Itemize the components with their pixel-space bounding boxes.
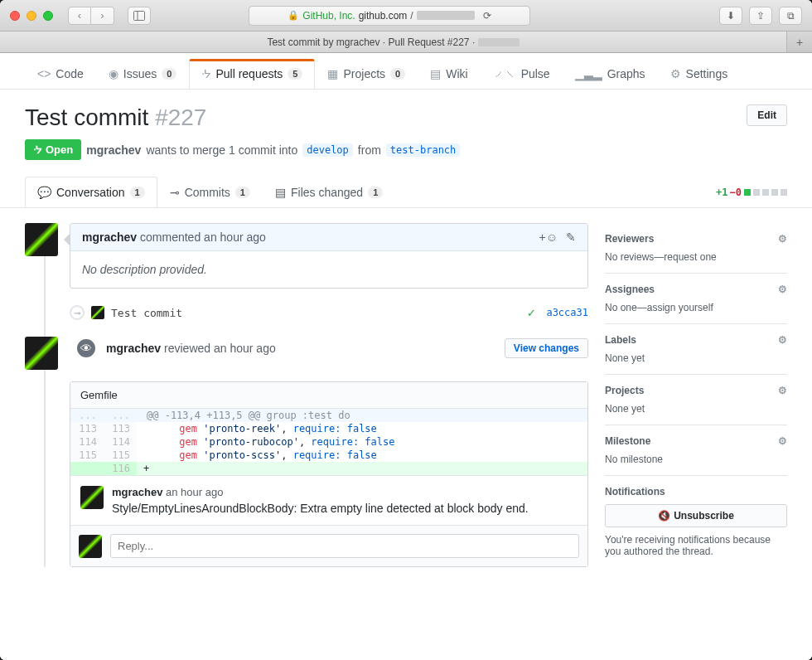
- inline-comment-body: Style/EmptyLinesAroundBlockBody: Extra e…: [112, 502, 578, 515]
- avatar[interactable]: [25, 223, 58, 256]
- redacted-path: [417, 11, 475, 20]
- tab-pulse[interactable]: ⟋⟍Pulse: [481, 58, 563, 89]
- zoom-icon[interactable]: [43, 11, 53, 21]
- avatar[interactable]: [79, 535, 102, 558]
- code-line: gem 'pronto-rubocop', require: false: [137, 435, 587, 449]
- gear-icon: ⚙: [670, 67, 681, 80]
- download-icon[interactable]: ⬇: [719, 7, 742, 25]
- git-pr-icon: ᔹ: [201, 67, 210, 80]
- mute-icon: 🔇: [658, 510, 670, 522]
- gear-icon[interactable]: ⚙: [778, 233, 787, 245]
- sidebar-labels-title: Labels: [605, 334, 636, 346]
- base-branch[interactable]: develop: [302, 143, 353, 157]
- edit-button[interactable]: Edit: [747, 104, 787, 126]
- edit-comment-icon[interactable]: ✎: [566, 231, 576, 244]
- sidebar-reviewers-body: No reviews—request one: [605, 251, 787, 263]
- inline-comment-author[interactable]: mgrachev: [112, 486, 162, 498]
- pr-title: Test commit #227: [25, 104, 206, 131]
- reload-icon[interactable]: ⟳: [483, 10, 491, 22]
- close-icon[interactable]: [10, 11, 20, 21]
- tab-projects[interactable]: ▦Projects0: [315, 58, 418, 89]
- tab-commits[interactable]: ⊸Commits1: [157, 177, 263, 207]
- issue-icon: ◉: [109, 67, 118, 80]
- eye-icon: 👁: [75, 337, 98, 360]
- tab-issues[interactable]: ◉Issues0: [96, 58, 190, 89]
- git-pr-icon: ᔹ: [33, 143, 42, 156]
- redacted-tab: [478, 38, 520, 46]
- url-org: GitHub, Inc.: [302, 10, 355, 22]
- project-icon: ▦: [327, 67, 338, 80]
- sidebar-assignees-title: Assignees: [605, 284, 655, 295]
- tab-conversation[interactable]: 💬Conversation1: [25, 177, 157, 207]
- comment-author[interactable]: mgrachev: [82, 231, 137, 244]
- unsubscribe-button[interactable]: 🔇Unsubscribe: [605, 504, 787, 527]
- tab-settings[interactable]: ⚙Settings: [658, 58, 741, 89]
- browser-tab[interactable]: Test commit by mgrachev · Pull Request #…: [0, 32, 787, 52]
- forward-button[interactable]: ›: [91, 7, 114, 25]
- sidebar-notifications-title: Notifications: [605, 486, 665, 497]
- tabs-icon[interactable]: ⧉: [779, 7, 802, 25]
- pr-sub-tabs: 💬Conversation1 ⊸Commits1 ▤Files changed1…: [0, 177, 812, 208]
- tab-title: Test commit by mgrachev · Pull Request #…: [267, 36, 475, 48]
- url-domain: github.com: [359, 10, 408, 22]
- added-line: +: [137, 462, 587, 475]
- timeline: mgrachev commented an hour ago +☺ ✎ No d…: [25, 223, 588, 567]
- traffic-lights: [10, 11, 53, 21]
- browser-window: ‹ › 🔒 GitHub, Inc. github.com/ ⟳ ⬇ ⇪ ⧉ T…: [0, 0, 812, 660]
- tab-code[interactable]: <>Code: [25, 58, 96, 89]
- avatar[interactable]: [91, 306, 104, 319]
- state-open-badge: ᔹOpen: [25, 139, 81, 160]
- commit-hash[interactable]: a3cca31: [546, 307, 588, 318]
- avatar[interactable]: [80, 486, 104, 509]
- sidebar-reviewers-title: Reviewers: [605, 233, 654, 245]
- commit-marker-icon: ⊸: [70, 305, 85, 320]
- commit-message[interactable]: Test commit: [111, 307, 182, 319]
- sidebar-toggle-icon[interactable]: [128, 7, 151, 25]
- sidebar: Reviewers⚙ No reviews—request one Assign…: [605, 223, 787, 567]
- comment-time: an hour ago: [204, 231, 266, 244]
- avatar[interactable]: [25, 337, 58, 370]
- pulse-icon: ⟋⟍: [493, 67, 516, 80]
- file-name[interactable]: Gemfile: [70, 382, 587, 409]
- review-author[interactable]: mgrachev: [106, 342, 161, 355]
- graph-icon: ▁▃▂: [575, 67, 602, 80]
- file-diff-icon: ▤: [275, 186, 286, 199]
- add-reaction-icon[interactable]: +☺: [539, 231, 558, 244]
- reply-input[interactable]: [110, 534, 579, 558]
- share-icon[interactable]: ⇪: [749, 7, 772, 25]
- pr-number: #227: [155, 104, 206, 130]
- gear-icon[interactable]: ⚙: [778, 284, 787, 295]
- tab-pull-requests[interactable]: ᔹPull requests5: [189, 59, 315, 89]
- titlebar: ‹ › 🔒 GitHub, Inc. github.com/ ⟳ ⬇ ⇪ ⧉: [0, 0, 812, 32]
- code-icon: <>: [37, 67, 51, 80]
- hunk-header: @@ -113,4 +113,5 @@ group :test do: [137, 409, 587, 422]
- pr-header: Test commit #227 Edit ᔹOpen mgrachev wan…: [0, 90, 812, 168]
- gear-icon[interactable]: ⚙: [778, 435, 787, 447]
- tab-wiki[interactable]: ▤Wiki: [418, 58, 480, 89]
- commit-icon: ⊸: [170, 186, 180, 199]
- diff-table: ......@@ -113,4 +113,5 @@ group :test do…: [70, 409, 587, 475]
- svg-rect-0: [134, 11, 145, 20]
- gear-icon[interactable]: ⚙: [778, 385, 787, 396]
- back-button[interactable]: ‹: [68, 7, 91, 25]
- comment-icon: 💬: [37, 186, 51, 199]
- head-branch[interactable]: test-branch: [386, 143, 460, 157]
- pr-author[interactable]: mgrachev: [86, 143, 141, 157]
- minimize-icon[interactable]: [27, 11, 36, 21]
- tab-files-changed[interactable]: ▤Files changed1: [263, 177, 395, 207]
- book-icon: ▤: [430, 67, 441, 80]
- file-box: Gemfile ......@@ -113,4 +113,5 @@ group …: [70, 381, 588, 567]
- code-line: gem 'pronto-scss', require: false: [137, 449, 587, 462]
- sidebar-projects-title: Projects: [605, 385, 644, 396]
- comment-box: mgrachev commented an hour ago +☺ ✎ No d…: [70, 223, 588, 289]
- tab-graphs[interactable]: ▁▃▂Graphs: [563, 58, 658, 89]
- new-tab-button[interactable]: +: [787, 32, 812, 52]
- address-bar[interactable]: 🔒 GitHub, Inc. github.com/ ⟳: [249, 6, 530, 26]
- lock-icon: 🔒: [288, 10, 299, 21]
- gear-icon[interactable]: ⚙: [778, 334, 787, 346]
- view-changes-button[interactable]: View changes: [505, 338, 588, 358]
- repo-nav: <>Code ◉Issues0 ᔹPull requests5 ▦Project…: [0, 53, 812, 90]
- assign-yourself-link[interactable]: assign yourself: [647, 302, 713, 313]
- notifications-desc: You're receiving notifications because y…: [605, 534, 787, 557]
- comment-body: No description provided.: [70, 251, 587, 288]
